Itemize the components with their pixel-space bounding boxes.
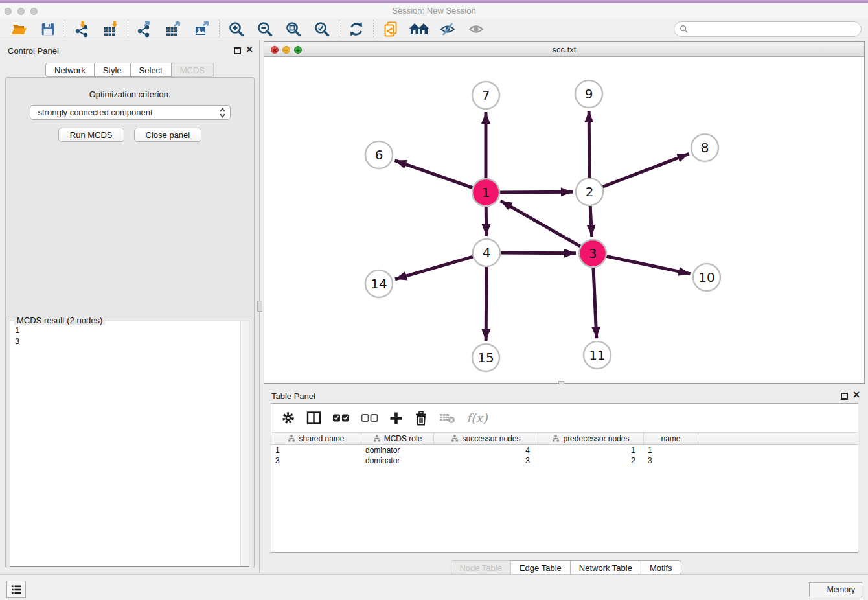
select-all-button[interactable] bbox=[332, 413, 350, 422]
cell-predecessor-nodes[interactable]: 2 bbox=[538, 456, 644, 466]
tab-motifs[interactable]: Motifs bbox=[641, 560, 681, 575]
cell-shared-name[interactable]: 1 bbox=[271, 445, 361, 456]
tab-select[interactable]: Select bbox=[131, 63, 172, 77]
delete-column-button[interactable] bbox=[414, 411, 428, 426]
network-window-titlebar[interactable]: ✕ − + scc.txt bbox=[264, 42, 864, 57]
graph-edge-3-11[interactable] bbox=[593, 266, 597, 338]
add-column-button[interactable] bbox=[389, 411, 403, 425]
new-network-from-selection-button[interactable] bbox=[376, 19, 405, 40]
graph-node-label: 4 bbox=[483, 245, 491, 260]
search-box[interactable] bbox=[674, 21, 862, 37]
graph-edge-4-14[interactable] bbox=[395, 256, 475, 279]
column-header-name[interactable]: name bbox=[644, 433, 698, 444]
table-row[interactable]: 1 dominator 4 1 1 bbox=[271, 445, 858, 456]
hide-selected-button[interactable] bbox=[433, 19, 462, 40]
result-scrollbar[interactable] bbox=[240, 321, 249, 566]
graph-node-label: 8 bbox=[701, 140, 709, 156]
graph-edge-3-10[interactable] bbox=[605, 256, 691, 274]
columns-icon bbox=[306, 411, 321, 425]
first-neighbors-button[interactable] bbox=[405, 19, 433, 40]
column-header-shared-name[interactable]: shared name bbox=[271, 433, 361, 444]
cell-successor-nodes[interactable]: 4 bbox=[434, 445, 538, 456]
task-history-button[interactable] bbox=[6, 581, 26, 598]
network-graph[interactable]: 1234678910111415 bbox=[264, 57, 864, 383]
vertical-splitter-handle[interactable] bbox=[257, 301, 262, 312]
table-row[interactable]: 3 dominator 3 2 3 bbox=[271, 456, 858, 466]
run-mcds-button[interactable]: Run MCDS bbox=[58, 128, 124, 142]
graph-edge-1-4[interactable] bbox=[486, 205, 486, 236]
column-header-successor-nodes[interactable]: successor nodes bbox=[434, 433, 538, 444]
column-header-mcds-role[interactable]: MCDS role bbox=[361, 433, 434, 444]
control-panel-title: Control Panel bbox=[8, 46, 59, 56]
function-builder-button[interactable]: f(x) bbox=[466, 411, 488, 425]
cell-predecessor-nodes[interactable]: 1 bbox=[538, 445, 644, 456]
control-panel-tabs: Network Style Select MCDS bbox=[45, 63, 214, 77]
export-network-button[interactable] bbox=[131, 19, 159, 40]
network-window-resize-handle[interactable] bbox=[558, 381, 564, 384]
close-mcds-panel-button[interactable]: Close panel bbox=[134, 128, 202, 142]
import-network-button[interactable] bbox=[68, 19, 97, 40]
titlebar[interactable]: Session: New Session bbox=[0, 3, 868, 18]
graph-edge-2-3[interactable] bbox=[590, 204, 592, 237]
cell-name[interactable]: 3 bbox=[644, 456, 698, 466]
show-all-button[interactable] bbox=[462, 19, 490, 40]
graph-node-label: 11 bbox=[589, 347, 605, 363]
zoom-selected-button[interactable] bbox=[308, 19, 336, 40]
float-table-panel-icon[interactable] bbox=[841, 393, 848, 400]
tab-style[interactable]: Style bbox=[95, 63, 131, 77]
optimization-criterion-label: Optimization criterion: bbox=[6, 89, 254, 99]
float-panel-icon[interactable] bbox=[234, 47, 241, 54]
graph-edge-4-15[interactable] bbox=[486, 265, 486, 341]
graph-edge-4-3[interactable] bbox=[499, 253, 576, 253]
criterion-dropdown[interactable]: strongly connected component bbox=[30, 105, 231, 120]
cell-shared-name[interactable]: 3 bbox=[271, 456, 361, 466]
control-panel-header: Control Panel ✕ bbox=[0, 40, 259, 60]
save-session-button[interactable] bbox=[34, 19, 62, 40]
search-input[interactable] bbox=[692, 25, 856, 34]
unchecked-boxes-icon bbox=[361, 413, 378, 422]
tab-edge-table[interactable]: Edge Table bbox=[511, 560, 571, 575]
export-image-icon bbox=[194, 21, 211, 38]
graph-edge-1-2[interactable] bbox=[498, 192, 573, 192]
graph-edge-2-9[interactable] bbox=[589, 111, 589, 179]
show-column-panel-button[interactable] bbox=[306, 411, 321, 425]
column-settings-button[interactable] bbox=[281, 411, 295, 425]
open-session-button[interactable] bbox=[5, 19, 34, 40]
tab-mcds[interactable]: MCDS bbox=[172, 63, 214, 77]
graph-edge-3-1[interactable] bbox=[501, 201, 582, 248]
node-table-container: f(x) shared name bbox=[271, 403, 858, 553]
close-table-panel-icon[interactable]: ✕ bbox=[852, 390, 860, 399]
export-image-button[interactable] bbox=[188, 19, 216, 40]
cell-successor-nodes[interactable]: 3 bbox=[434, 456, 538, 466]
toolbar-separator bbox=[128, 20, 128, 38]
mcds-result-item: 1 bbox=[15, 325, 249, 336]
graph-edge-1-6[interactable] bbox=[395, 161, 475, 189]
tab-network[interactable]: Network bbox=[45, 63, 95, 77]
graph-edge-2-8[interactable] bbox=[601, 154, 689, 187]
memory-button[interactable]: Memory bbox=[809, 582, 862, 597]
import-table-button[interactable] bbox=[97, 19, 125, 40]
zoom-out-button[interactable] bbox=[251, 19, 279, 40]
tab-node-table[interactable]: Node Table bbox=[450, 560, 511, 575]
zoom-in-button[interactable] bbox=[222, 19, 251, 40]
gear-icon bbox=[281, 411, 295, 425]
cell-mcds-role[interactable]: dominator bbox=[361, 456, 434, 466]
deselect-all-button[interactable] bbox=[361, 413, 378, 422]
mcds-result-box[interactable]: MCDS result (2 nodes) 1 3 bbox=[10, 321, 249, 567]
network-canvas[interactable]: 1234678910111415 bbox=[264, 57, 864, 383]
refresh-icon bbox=[348, 21, 365, 38]
apply-layout-button[interactable] bbox=[342, 19, 371, 40]
tab-network-table[interactable]: Network Table bbox=[571, 560, 641, 575]
delete-table-button[interactable] bbox=[439, 412, 455, 424]
tree-icon bbox=[373, 435, 381, 443]
zoom-out-icon bbox=[257, 21, 273, 38]
column-header-predecessor-nodes[interactable]: predecessor nodes bbox=[538, 433, 644, 444]
import-network-icon bbox=[74, 21, 91, 38]
checked-boxes-icon bbox=[332, 413, 350, 422]
cell-mcds-role[interactable]: dominator bbox=[361, 445, 434, 456]
close-panel-icon[interactable]: ✕ bbox=[246, 45, 253, 54]
table-panel-header: Table Panel ✕ bbox=[264, 386, 868, 405]
export-table-button[interactable] bbox=[159, 19, 188, 40]
zoom-fit-button[interactable] bbox=[279, 19, 308, 40]
cell-name[interactable]: 1 bbox=[644, 445, 698, 456]
